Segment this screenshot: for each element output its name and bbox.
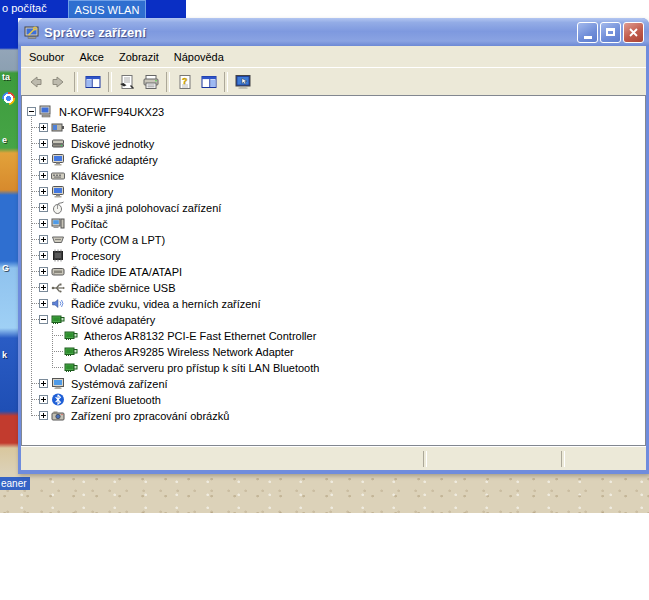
tree-item-label[interactable]: Zařízení pro zpracování obrázků (69, 410, 231, 423)
desktop-icon-label-fragment: k (2, 350, 7, 360)
expand-toggle-icon[interactable] (39, 138, 48, 150)
tree-item-3[interactable]: Grafické adaptéry (22, 152, 645, 168)
tree-item-label[interactable]: Myši a jiná polohovací zařízení (69, 202, 223, 215)
ide-icon (51, 265, 65, 280)
expand-toggle-icon[interactable] (39, 266, 48, 278)
maximize-button[interactable] (600, 22, 621, 43)
tree-item-label[interactable]: Počítač (69, 218, 110, 231)
desktop-icon-label-fragment: ta (2, 72, 10, 82)
browser-logo-icon[interactable] (2, 92, 15, 105)
tree-item-label[interactable]: Grafické adaptéry (69, 154, 160, 167)
expand-toggle-icon[interactable] (39, 122, 48, 134)
tree-item-label[interactable]: Atheros AR9285 Wireless Network Adapter (82, 346, 296, 359)
tree-item-label[interactable]: Zařízení Bluetooth (69, 394, 163, 407)
tree-item-label[interactable]: Ovladač serveru pro přístup k síti LAN B… (82, 362, 321, 375)
tree-item-10[interactable]: Řadiče IDE ATA/ATAPI (22, 264, 645, 280)
tree-item-label[interactable]: N-KOFWFF94UKX23 (57, 106, 166, 119)
tree-item-label[interactable]: Porty (COM a LPT) (69, 234, 167, 247)
device-tree-panel: N-KOFWFF94UKX23BaterieDiskové jednotkyGr… (21, 95, 646, 446)
properties-button[interactable] (115, 71, 139, 93)
menu-item-napoveda[interactable]: Nápověda (168, 49, 230, 65)
tree-item-9[interactable]: Procesory (22, 248, 645, 264)
desktop-wallpaper-sand (0, 474, 649, 513)
expand-toggle-icon[interactable] (39, 410, 48, 422)
tree-item-14[interactable]: Atheros AR8132 PCI-E Fast Ethernet Contr… (22, 328, 645, 344)
tree-item-label[interactable]: Baterie (69, 122, 108, 135)
forward-arrow-icon (50, 74, 68, 90)
desktop-icon-label-ccleaner[interactable]: eaner (0, 477, 30, 490)
expand-toggle-icon[interactable] (39, 154, 48, 166)
close-button[interactable] (623, 22, 644, 43)
tree-item-label[interactable]: Atheros AR8132 PCI-E Fast Ethernet Contr… (82, 330, 318, 343)
tree-item-1[interactable]: Baterie (22, 120, 645, 136)
show-action-pane-button[interactable] (197, 71, 221, 93)
expand-toggle-icon[interactable] (39, 378, 48, 390)
monitor-icon (51, 185, 65, 200)
tree-item-label[interactable]: Klávesnice (69, 170, 126, 183)
tree-item-5[interactable]: Monitory (22, 184, 645, 200)
show-console-tree-button[interactable] (81, 71, 105, 93)
toolbar-separator (108, 72, 112, 92)
tree-item-7[interactable]: Počítač (22, 216, 645, 232)
network-icon (51, 313, 65, 328)
tree-item-label[interactable]: Řadiče zvuku, videa a herních zařízení (69, 298, 263, 311)
expand-toggle-icon[interactable] (39, 250, 48, 262)
tree-item-label[interactable]: Řadiče sběrnice USB (69, 282, 178, 295)
print-button[interactable] (139, 71, 163, 93)
network-icon (64, 361, 78, 376)
bluetooth-icon (51, 393, 65, 408)
scan-hardware-changes-button[interactable] (231, 71, 255, 93)
tree-item-label[interactable]: Síťové adapatéry (69, 314, 157, 327)
tree-item-15[interactable]: Atheros AR9285 Wireless Network Adapter (22, 344, 645, 360)
expand-toggle-icon[interactable] (39, 234, 48, 246)
background-window-titlebar: o počítač ASUS WLAN (0, 0, 186, 18)
console-tree-icon (84, 74, 102, 90)
tree-item-13[interactable]: Síťové adapatéry (22, 312, 645, 328)
menu-item-akce[interactable]: Akce (73, 49, 109, 65)
tree-item-label[interactable]: Monitory (69, 186, 115, 199)
tree-item-17[interactable]: Systémová zařízení (22, 376, 645, 392)
display-icon (51, 153, 65, 168)
system-icon (51, 377, 65, 392)
help-button[interactable]: ? (173, 71, 197, 93)
device-tree: N-KOFWFF94UKX23BaterieDiskové jednotkyGr… (22, 96, 645, 445)
expand-toggle-icon[interactable] (39, 218, 48, 230)
menu-bar: SouborAkceZobrazitNápověda (21, 46, 646, 68)
tree-connector-line (52, 326, 53, 368)
tree-item-0[interactable]: N-KOFWFF94UKX23 (22, 104, 645, 120)
tree-item-2[interactable]: Diskové jednotky (22, 136, 645, 152)
tree-item-label[interactable]: Procesory (69, 250, 123, 263)
expand-toggle-icon[interactable] (39, 298, 48, 310)
expand-toggle-icon[interactable] (39, 170, 48, 182)
statusbar-separator (423, 451, 427, 467)
title-bar[interactable]: Správce zařízení (18, 18, 649, 46)
tree-item-label[interactable]: Diskové jednotky (69, 138, 156, 151)
device-manager-icon (24, 24, 40, 40)
tree-item-6[interactable]: Myši a jiná polohovací zařízení (22, 200, 645, 216)
tree-item-4[interactable]: Klávesnice (22, 168, 645, 184)
desktop-icons-strip: taeGk (0, 18, 18, 474)
mouse-icon (51, 201, 65, 216)
tree-item-16[interactable]: Ovladač serveru pro přístup k síti LAN B… (22, 360, 645, 376)
tree-item-label[interactable]: Systémová zařízení (69, 378, 170, 391)
tree-item-12[interactable]: Řadiče zvuku, videa a herních zařízení (22, 296, 645, 312)
audio-icon (51, 297, 65, 312)
tree-item-label[interactable]: Řadiče IDE ATA/ATAPI (69, 266, 184, 279)
print-icon (142, 74, 160, 90)
help-doc-icon: ? (176, 74, 194, 90)
minimize-button[interactable] (577, 22, 598, 43)
background-tab-asus-wlan[interactable]: ASUS WLAN (68, 0, 146, 18)
pc-icon (51, 217, 65, 232)
expand-toggle-icon[interactable] (39, 394, 48, 406)
expand-toggle-icon[interactable] (39, 202, 48, 214)
menu-item-soubor[interactable]: Soubor (23, 49, 70, 65)
collapse-toggle-icon[interactable] (39, 314, 48, 326)
tree-item-8[interactable]: Porty (COM a LPT) (22, 232, 645, 248)
menu-item-zobrazit[interactable]: Zobrazit (113, 49, 165, 65)
tree-item-11[interactable]: Řadiče sběrnice USB (22, 280, 645, 296)
action-pane-icon (200, 74, 218, 90)
expand-toggle-icon[interactable] (39, 186, 48, 198)
tree-item-19[interactable]: Zařízení pro zpracování obrázků (22, 408, 645, 424)
expand-toggle-icon[interactable] (39, 282, 48, 294)
tree-item-18[interactable]: Zařízení Bluetooth (22, 392, 645, 408)
